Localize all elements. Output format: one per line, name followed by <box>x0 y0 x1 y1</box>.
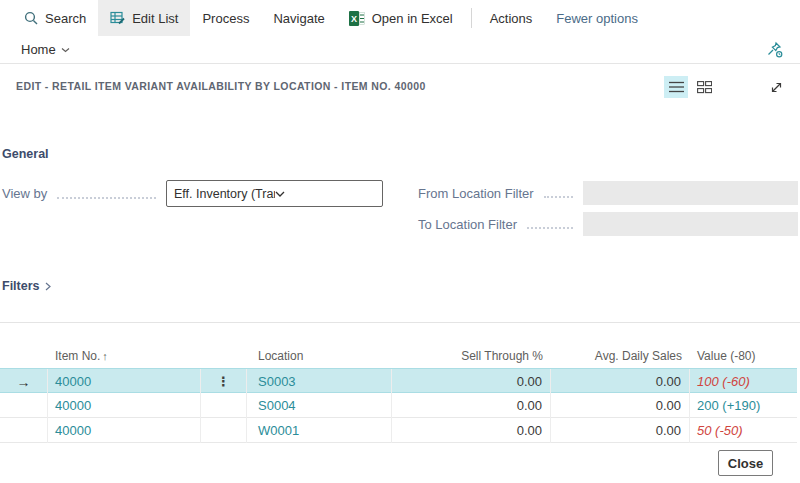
value-cell: 50 (-50) <box>690 418 797 443</box>
sell-through-cell: 0.00 <box>392 418 551 443</box>
item-no-link[interactable]: 40000 <box>55 398 91 413</box>
table-row[interactable]: 40000 W0001 0.00 0.00 50 (-50) <box>0 418 797 443</box>
location-link[interactable]: W0001 <box>258 423 299 438</box>
search-button[interactable]: Search <box>12 0 98 36</box>
page-root: Search Edit List Process Navigate <box>0 0 800 483</box>
open-in-excel-button[interactable]: X Open in Excel <box>337 0 465 36</box>
to-location-filter-input <box>583 212 798 236</box>
navigate-label: Navigate <box>273 11 324 26</box>
table-header: Item No.↑ Location Sell Through % Avg. D… <box>0 343 797 368</box>
to-location-filter-label: To Location Filter <box>418 217 517 232</box>
value-cell: 100 (-60) <box>690 369 797 394</box>
header-item-no[interactable]: Item No.↑ <box>48 349 201 363</box>
to-location-filter-field: To Location Filter <box>418 212 798 236</box>
actions-label: Actions <box>490 11 533 26</box>
menu-row: Home <box>0 36 800 64</box>
from-location-filter-label: From Location Filter <box>418 186 534 201</box>
filters-label: Filters <box>2 279 40 293</box>
home-label: Home <box>21 42 56 57</box>
sell-through-cell: 0.00 <box>392 393 551 418</box>
chevron-right-icon <box>45 282 51 291</box>
process-menu[interactable]: Process <box>190 0 261 36</box>
availability-table: Item No.↑ Location Sell Through % Avg. D… <box>0 343 797 443</box>
from-location-filter-input <box>583 181 798 205</box>
table-row[interactable]: 40000 S0004 0.00 0.00 200 (+190) <box>0 393 797 418</box>
card-view-icon <box>697 81 712 94</box>
card-view-button[interactable] <box>692 76 716 98</box>
sort-ascending-icon: ↑ <box>102 350 108 362</box>
search-label: Search <box>45 11 86 26</box>
toolbar-divider <box>471 8 472 28</box>
close-button[interactable]: Close <box>718 450 773 476</box>
row-options-icon[interactable]: ⋮ <box>217 374 230 389</box>
open-in-excel-label: Open in Excel <box>372 11 453 26</box>
table-row[interactable]: → 40000 ⋮ S0003 0.00 0.00 100 (-60) <box>0 368 797 393</box>
avg-daily-sales-cell: 0.00 <box>551 418 690 443</box>
dotted-leader <box>57 197 156 199</box>
dotted-leader <box>544 196 573 198</box>
dotted-leader <box>527 227 573 229</box>
expand-button[interactable] <box>764 76 788 98</box>
fewer-options-label: Fewer options <box>556 11 638 26</box>
avg-daily-sales-cell: 0.00 <box>551 369 690 394</box>
edit-list-label: Edit List <box>132 11 178 26</box>
value-cell: 200 (+190) <box>690 393 797 418</box>
section-divider <box>0 322 800 323</box>
location-link[interactable]: S0003 <box>258 374 296 389</box>
actions-menu[interactable]: Actions <box>478 0 545 36</box>
header-location[interactable]: Location <box>247 349 392 363</box>
list-view-icon <box>669 81 684 93</box>
item-no-link[interactable]: 40000 <box>55 423 91 438</box>
item-no-link[interactable]: 40000 <box>55 374 91 389</box>
svg-text:X: X <box>351 14 357 24</box>
list-view-button[interactable] <box>664 76 688 98</box>
header-value[interactable]: Value (-80) <box>690 349 797 363</box>
view-by-select[interactable]: Eff. Inventory (Transfer Quantity) [Edit <box>166 180 383 207</box>
edit-list-button[interactable]: Edit List <box>98 0 190 36</box>
view-by-label: View by <box>2 186 47 201</box>
avg-daily-sales-cell: 0.00 <box>551 393 690 418</box>
action-bar: Search Edit List Process Navigate <box>0 0 800 36</box>
from-location-filter-field: From Location Filter <box>418 181 798 205</box>
title-row: EDIT - RETAIL ITEM VARIANT AVAILABILITY … <box>0 65 800 110</box>
view-switcher <box>664 76 788 98</box>
table-body: → 40000 ⋮ S0003 0.00 0.00 100 (-60) 4000… <box>0 368 797 443</box>
page-title: EDIT - RETAIL ITEM VARIANT AVAILABILITY … <box>16 80 426 92</box>
header-sell-through[interactable]: Sell Through % <box>392 349 551 363</box>
sell-through-cell: 0.00 <box>392 369 551 394</box>
edit-list-icon <box>110 11 125 25</box>
home-menu[interactable]: Home <box>21 42 70 57</box>
pin-icon[interactable] <box>766 41 784 59</box>
view-by-field: View by Eff. Inventory (Transfer Quantit… <box>2 180 383 207</box>
current-row-arrow: → <box>17 374 31 390</box>
navigate-menu[interactable]: Navigate <box>261 0 336 36</box>
chevron-down-icon <box>275 191 376 197</box>
chevron-down-icon <box>61 47 70 53</box>
fewer-options-button[interactable]: Fewer options <box>544 0 650 36</box>
expand-icon <box>769 80 784 95</box>
header-avg-daily-sales[interactable]: Avg. Daily Sales <box>551 349 690 363</box>
process-label: Process <box>202 11 249 26</box>
general-section-header: General <box>2 147 49 161</box>
excel-icon: X <box>349 11 365 26</box>
view-by-value: Eff. Inventory (Transfer Quantity) [Edit <box>174 187 275 201</box>
search-icon <box>24 11 38 25</box>
filters-expander[interactable]: Filters <box>2 279 51 293</box>
location-link[interactable]: S0004 <box>258 398 296 413</box>
